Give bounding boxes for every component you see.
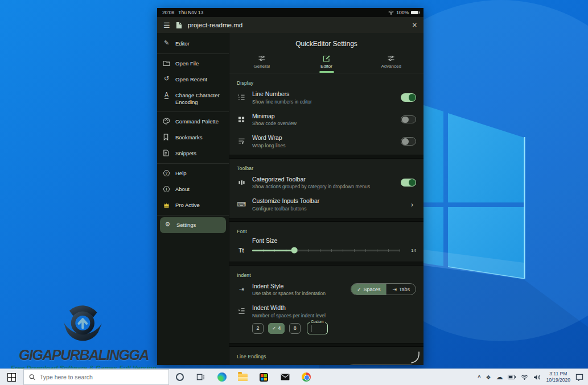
sidebar-item-editor[interactable]: ✎ Editor — [157, 36, 229, 52]
edit-square-icon — [323, 54, 331, 62]
tab-advanced[interactable]: Advanced — [359, 51, 423, 73]
start-button[interactable] — [0, 369, 23, 385]
settings-tabs: General Editor Advanced — [229, 51, 423, 73]
action-center-icon[interactable] — [575, 374, 583, 381]
tray-wifi-icon[interactable] — [521, 374, 528, 380]
minimap-toggle[interactable] — [401, 115, 416, 124]
file-explorer-icon — [238, 374, 248, 381]
sidebar-item-label: Editor — [175, 40, 190, 47]
snippet-icon — [163, 150, 170, 156]
tab-label: General — [254, 64, 270, 69]
search-input[interactable] — [40, 374, 163, 380]
gear-icon: ⚙ — [164, 221, 171, 227]
sidebar-item-pro-active[interactable]: Pro Active — [157, 197, 229, 213]
indent-width-option-8[interactable]: 8 — [289, 323, 301, 334]
tray-speaker-icon[interactable] — [533, 374, 541, 380]
tab-label: Advanced — [381, 64, 401, 69]
status-date: Thu Nov 13 — [178, 10, 203, 15]
indent-width-options: 2 ✓4 8 Custom — [252, 320, 416, 341]
segment-tabs[interactable]: ⇥ Tabs — [386, 284, 416, 295]
categorized-toolbar-toggle[interactable] — [401, 179, 416, 187]
cortana-button[interactable] — [169, 369, 190, 385]
sidebar-divider — [157, 111, 229, 112]
palette-icon — [163, 118, 170, 125]
app-title-bar: ☰ project-readme.md ✕ — [157, 17, 423, 33]
indent-width-option-4[interactable]: ✓4 — [268, 323, 285, 334]
sidebar-item-about[interactable]: i About — [157, 181, 229, 197]
tray-clock[interactable]: 3:11 PM 10/19/2020 — [546, 371, 570, 383]
sidebar-divider — [157, 163, 229, 164]
minimap-icon — [237, 116, 246, 123]
indent-width-icon — [237, 308, 246, 314]
setting-subtitle: Show code overview — [252, 121, 394, 126]
chrome-button[interactable] — [295, 369, 316, 385]
line-numbers-toggle[interactable] — [401, 93, 416, 102]
chrome-icon — [302, 372, 311, 382]
indent-style-icon: ⇥ — [237, 285, 246, 293]
history-icon: ↺ — [163, 76, 170, 82]
sidebar-item-label: Snippets — [175, 150, 196, 157]
dropbox-icon[interactable]: ❖ — [486, 374, 491, 380]
task-view-button[interactable] — [190, 369, 211, 385]
setting-row-minimap: Minimap Show code overview — [237, 109, 416, 131]
file-explorer-button[interactable] — [232, 369, 253, 385]
segment-spaces[interactable]: ✓ Spaces — [351, 284, 386, 295]
bookmark-icon — [163, 134, 170, 140]
desktop: GIGAPURBALINGGA Free Download Software &… — [0, 0, 588, 385]
tab-label: Editor — [320, 64, 332, 69]
tab-general[interactable]: General — [229, 51, 294, 73]
setting-subtitle: Show actions grouped by category in drop… — [252, 184, 394, 189]
wifi-icon — [388, 10, 394, 15]
pro-badge-icon — [163, 201, 170, 208]
menu-icon[interactable]: ☰ — [163, 21, 170, 30]
sidebar-item-open-file[interactable]: Open File — [157, 56, 229, 72]
store-button[interactable] — [253, 369, 274, 385]
sidebar-item-open-recent[interactable]: ↺ Open Recent — [157, 72, 229, 88]
taskbar-search[interactable] — [23, 369, 169, 385]
sidebar-item-snippets[interactable]: Snippets — [157, 146, 229, 162]
segment-label: Tabs — [399, 287, 410, 292]
section-font: Font Font Size Tt 14 — [229, 222, 423, 262]
settings-scroll-area[interactable]: Display Line Numbers Show line numbers i… — [229, 73, 423, 365]
setting-row-indent-width: Indent Width Number of spaces per indent… — [237, 300, 416, 320]
close-icon[interactable]: ✕ — [412, 22, 417, 29]
onedrive-cloud-icon[interactable]: ☁ — [496, 373, 503, 381]
edit-icon: ✎ — [163, 40, 170, 46]
device-status-bar: 20:08 Thu Nov 13 100% — [157, 8, 423, 17]
indent-width-option-2[interactable]: 2 — [252, 323, 264, 334]
tray-chevron-up-icon[interactable]: ^ — [478, 374, 480, 380]
edge-button[interactable] — [211, 369, 232, 385]
sidebar-item-settings[interactable]: ⚙ Settings — [160, 217, 226, 233]
sidebar-item-label: Command Palette — [175, 118, 219, 125]
windows-logo-icon — [7, 373, 16, 382]
setting-subtitle: Show line numbers in editor — [252, 99, 394, 105]
mail-button[interactable] — [274, 369, 295, 385]
setting-title: Indent Width — [252, 304, 416, 311]
tray-battery-icon[interactable] — [508, 375, 516, 379]
tab-editor[interactable]: Editor — [294, 51, 359, 73]
sidebar-item-command-palette[interactable]: Command Palette — [157, 114, 229, 130]
battery-icon — [411, 11, 418, 15]
section-divider — [229, 155, 423, 159]
slider-thumb[interactable] — [291, 247, 298, 254]
app-sidebar: ✎ Editor Open File ↺ Open Recent A Chang… — [157, 33, 229, 365]
font-size-value: 14 — [409, 248, 416, 253]
section-label: Font — [237, 229, 416, 234]
indent-style-segmented-control: ✓ Spaces ⇥ Tabs — [351, 283, 416, 295]
font-size-slider[interactable] — [252, 250, 400, 251]
watermark-title: GIGAPURBALINGGA — [12, 346, 155, 364]
windows-taskbar: ^ ❖ ☁ 3:11 PM 10/19/2020 — [0, 369, 588, 385]
sidebar-item-help[interactable]: ? Help — [157, 165, 229, 181]
sidebar-item-change-character-encoding[interactable]: A Change Character Encoding — [157, 88, 229, 110]
word-wrap-toggle[interactable] — [401, 137, 416, 146]
character-encoding-icon: A — [163, 92, 170, 99]
sidebar-item-bookmarks[interactable]: Bookmarks — [157, 130, 229, 146]
section-divider — [229, 343, 423, 347]
sidebar-item-label: Open File — [175, 60, 199, 67]
chip-label: 4 — [278, 325, 281, 331]
setting-row-customize-inputs-toolbar[interactable]: ⌨ Customize Inputs Toolbar Configure too… — [237, 193, 416, 216]
status-time: 20:08 — [162, 10, 174, 15]
setting-title: Customize Inputs Toolbar — [252, 197, 405, 204]
section-label: Line Endings — [237, 354, 416, 359]
indent-width-custom-input[interactable]: Custom — [307, 322, 328, 334]
